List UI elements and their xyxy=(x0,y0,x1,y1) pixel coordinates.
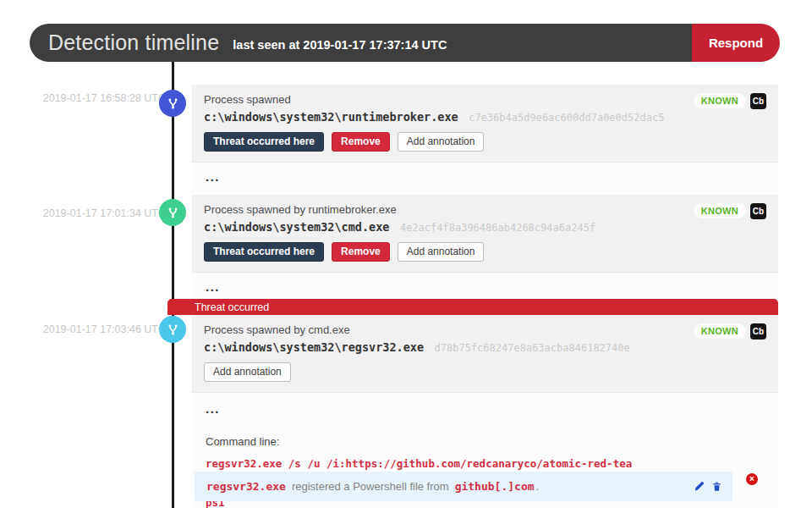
expand-more-toggle[interactable]: ... xyxy=(206,401,220,416)
event-card: Process spawned c:\windows\system32\runt… xyxy=(192,85,778,193)
page-title: Detection timeline xyxy=(48,30,219,55)
known-badge: KNOWN xyxy=(694,93,746,108)
annotation-domain: github[.]com xyxy=(455,480,535,493)
carbon-black-badge[interactable]: Cb xyxy=(750,93,766,109)
process-path: c:\windows\system32\cmd.exe xyxy=(204,220,389,234)
process-fork-icon xyxy=(159,90,186,117)
add-annotation-button[interactable]: Add annotation xyxy=(204,362,291,382)
command-line-label: Command line: xyxy=(206,435,765,448)
event-card: Process spawned by runtimebroker.exe c:\… xyxy=(192,195,778,303)
event-title: Process spawned by cmd.exe xyxy=(204,323,685,336)
add-annotation-button[interactable]: Add annotation xyxy=(398,132,485,152)
threat-occurred-here-button[interactable]: Threat occurred here xyxy=(204,242,324,262)
annotation-process: regsvr32.exe xyxy=(206,480,286,493)
event-title: Process spawned by runtimebroker.exe xyxy=(204,203,685,216)
process-fork-icon xyxy=(159,199,186,226)
expand-more-toggle[interactable]: ... xyxy=(206,169,220,184)
threat-occurred-here-button[interactable]: Threat occurred here xyxy=(204,132,324,152)
detection-timeline-header: Detection timeline last seen at 2019-01-… xyxy=(30,24,778,62)
process-hash: 4e2acf4f8a396486ab4268c94a6a245f xyxy=(400,222,595,234)
event-timestamp: 2019-01-17 17:01:34 UTC xyxy=(30,207,166,219)
carbon-black-badge[interactable]: Cb xyxy=(750,323,766,340)
annotation-text: registered a Powershell file from xyxy=(292,480,449,493)
annotation-box: regsvr32.exe registered a Powershell fil… xyxy=(195,472,732,501)
process-fork-icon xyxy=(159,316,186,343)
carbon-black-badge[interactable]: Cb xyxy=(750,203,766,219)
known-badge: KNOWN xyxy=(694,323,746,339)
expand-more-toggle[interactable]: ... xyxy=(206,279,220,294)
known-badge: KNOWN xyxy=(694,203,746,218)
remove-button[interactable]: Remove xyxy=(332,242,390,262)
last-seen-label: last seen at 2019-01-17 17:37:14 UTC xyxy=(233,38,447,52)
delete-trash-icon[interactable] xyxy=(711,481,722,492)
timeline-spine xyxy=(172,62,174,508)
respond-button[interactable]: Respond xyxy=(692,24,780,62)
dismiss-annotation-icon[interactable]: × xyxy=(746,473,758,485)
remove-button[interactable]: Remove xyxy=(332,132,390,152)
process-path: c:\windows\system32\runtimebroker.exe xyxy=(204,110,458,124)
add-annotation-button[interactable]: Add annotation xyxy=(398,242,485,262)
event-timestamp: 2019-01-17 17:03:46 UTC xyxy=(30,323,166,335)
threat-occurred-banner: Threat occurred xyxy=(167,299,778,315)
event-timestamp: 2019-01-17 16:58:28 UTC xyxy=(30,92,166,104)
annotation-period: . xyxy=(536,480,540,493)
process-hash: c7e36b4a5d9e6ac600dd7a0e0d52dac5 xyxy=(469,112,664,124)
process-hash: d78b75fc68247e8a63acba846182740e xyxy=(435,342,630,354)
event-title: Process spawned xyxy=(204,93,685,106)
process-path: c:\windows\system32\regsvr32.exe xyxy=(204,340,424,354)
edit-pencil-icon[interactable] xyxy=(694,481,705,492)
